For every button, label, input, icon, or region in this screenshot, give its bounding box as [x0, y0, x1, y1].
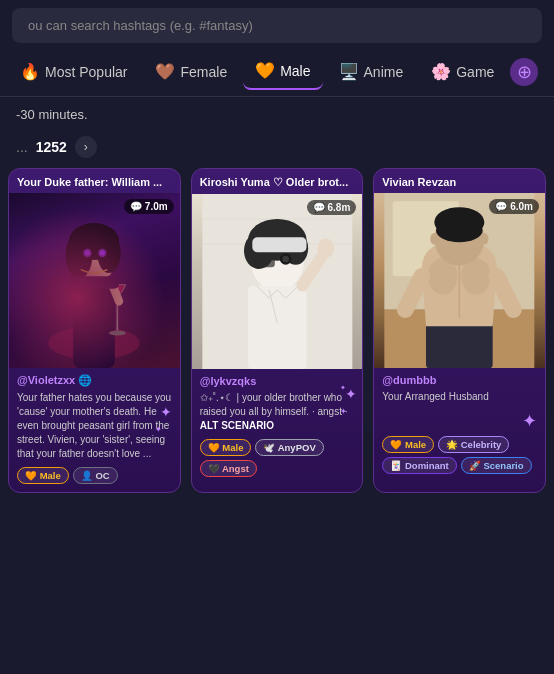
card-2[interactable]: Kiroshi Yuma ♡ Older brot...	[191, 168, 364, 493]
svg-point-3	[71, 229, 118, 282]
male-icon: 🧡	[255, 61, 275, 80]
svg-point-5	[66, 232, 93, 279]
card-1-chat-count: 💬 7.0m	[124, 199, 174, 214]
info-text: -30 minutes.	[16, 107, 88, 122]
tag-male[interactable]: 🧡 Male	[17, 467, 69, 484]
svg-point-39	[436, 219, 483, 242]
tab-anime-label: Anime	[364, 64, 404, 80]
tab-female[interactable]: 🤎 Female	[143, 54, 239, 89]
search-placeholder: ou can search hashtags (e.g. #fantasy)	[28, 18, 253, 33]
tab-male[interactable]: 🧡 Male	[243, 53, 322, 90]
chat-icon-3: 💬	[495, 201, 507, 212]
card-1-tags: 🧡 Male 👤 OC	[17, 467, 172, 484]
card-2-tags: 🧡 Male 🕊️ AnyPOV 🖤 Angst	[200, 439, 355, 477]
card-3-author: @dumbbb	[382, 374, 537, 386]
chevron-right-icon: ›	[84, 140, 88, 154]
svg-rect-1	[73, 276, 115, 368]
sparkle-icon-6: ✦	[522, 410, 537, 432]
character-silhouette-2	[192, 194, 363, 369]
card-2-author: @lykvzqks	[200, 375, 355, 387]
card-2-description: ✩₊˚.⋆☾ | your older brother who raised y…	[200, 391, 355, 433]
card-1-title: Your Duke father: William ...	[9, 169, 180, 193]
card-3-title: Vivian Revzan	[374, 169, 545, 193]
pagination-next-button[interactable]: ›	[75, 136, 97, 158]
anime-icon: 🖥️	[339, 62, 359, 81]
card-3-body: @dumbbb Your Arranged Husband ✦ 🧡 Male 🌟…	[374, 368, 545, 482]
chat-icon: 💬	[130, 201, 142, 212]
category-tabs: 🔥 Most Popular 🤎 Female 🧡 Male 🖥️ Anime …	[0, 53, 554, 90]
chat-icon-2: 💬	[313, 202, 325, 213]
svg-point-10	[85, 251, 90, 256]
svg-point-9	[98, 249, 106, 257]
svg-rect-18	[248, 286, 306, 369]
svg-point-8	[83, 249, 91, 257]
svg-point-40	[430, 233, 438, 245]
card-1-body: @Violetzxx 🌐 Your father hates you becau…	[9, 368, 180, 492]
character-silhouette-3	[374, 193, 545, 368]
card-2-chat-count: 💬 6.8m	[307, 200, 357, 215]
svg-point-0	[48, 326, 140, 359]
tag-oc[interactable]: 👤 OC	[73, 467, 118, 484]
tag-angst[interactable]: 🖤 Angst	[200, 460, 257, 477]
tag-dominant[interactable]: 🃏 Dominant	[382, 457, 456, 474]
tag-celebrity[interactable]: 🌟 Celebrity	[438, 436, 509, 453]
character-silhouette-1	[9, 193, 180, 368]
card-3-description: Your Arranged Husband	[382, 390, 537, 404]
svg-rect-14	[69, 276, 119, 289]
card-1-author: @Violetzxx 🌐	[17, 374, 172, 387]
tag-male-3[interactable]: 🧡 Male	[382, 436, 434, 453]
svg-rect-7	[69, 235, 119, 260]
tag-anypov[interactable]: 🕊️ AnyPOV	[255, 439, 323, 456]
tab-female-label: Female	[180, 64, 227, 80]
card-3-tags: 🧡 Male 🌟 Celebrity 🃏 Dominant 🚀 Scenario	[382, 436, 537, 474]
female-icon: 🤎	[155, 62, 175, 81]
svg-point-28	[317, 238, 334, 258]
svg-point-26	[282, 256, 289, 263]
tag-scenario[interactable]: 🚀 Scenario	[461, 457, 532, 474]
pagination: ... 1252 ›	[0, 132, 554, 168]
game-icon: 🌸	[431, 62, 451, 81]
card-2-title: Kiroshi Yuma ♡ Older brot...	[192, 169, 363, 194]
fire-icon: 🔥	[20, 62, 40, 81]
pagination-dots: ...	[16, 139, 28, 155]
info-line: -30 minutes.	[0, 97, 554, 132]
card-1[interactable]: Your Duke father: William ...	[8, 168, 181, 493]
tab-game[interactable]: 🌸 Game	[419, 54, 506, 89]
card-2-image: 💬 6.8m	[192, 194, 363, 369]
svg-point-41	[480, 233, 488, 245]
tab-male-label: Male	[280, 63, 310, 79]
cards-grid: Your Duke father: William ...	[0, 168, 554, 509]
more-icon: ⊕	[517, 61, 532, 83]
pagination-page: 1252	[36, 139, 67, 155]
card-3[interactable]: Vivian Revzan	[373, 168, 546, 493]
tab-most-popular-label: Most Popular	[45, 64, 127, 80]
tab-most-popular[interactable]: 🔥 Most Popular	[8, 54, 139, 89]
tab-game-label: Game	[456, 64, 494, 80]
svg-rect-2	[84, 266, 104, 283]
card-3-image: 💬 6.0m	[374, 193, 545, 368]
tab-anime[interactable]: 🖥️ Anime	[327, 54, 416, 89]
svg-point-13	[109, 331, 126, 336]
svg-point-4	[69, 223, 119, 260]
card-3-chat-count: 💬 6.0m	[489, 199, 539, 214]
tab-more-button[interactable]: ⊕	[510, 58, 538, 86]
card-1-image: 💬 7.0m	[9, 193, 180, 368]
svg-rect-27	[252, 237, 306, 252]
svg-point-6	[98, 233, 121, 273]
card-2-body: @lykvzqks ✩₊˚.⋆☾ | your older brother wh…	[192, 369, 363, 485]
search-bar[interactable]: ou can search hashtags (e.g. #fantasy)	[12, 8, 542, 43]
card-1-description: Your father hates you because you 'cause…	[17, 391, 172, 461]
svg-point-11	[100, 251, 105, 256]
tag-male-2[interactable]: 🧡 Male	[200, 439, 252, 456]
sparkle-row: ✦	[382, 410, 537, 432]
